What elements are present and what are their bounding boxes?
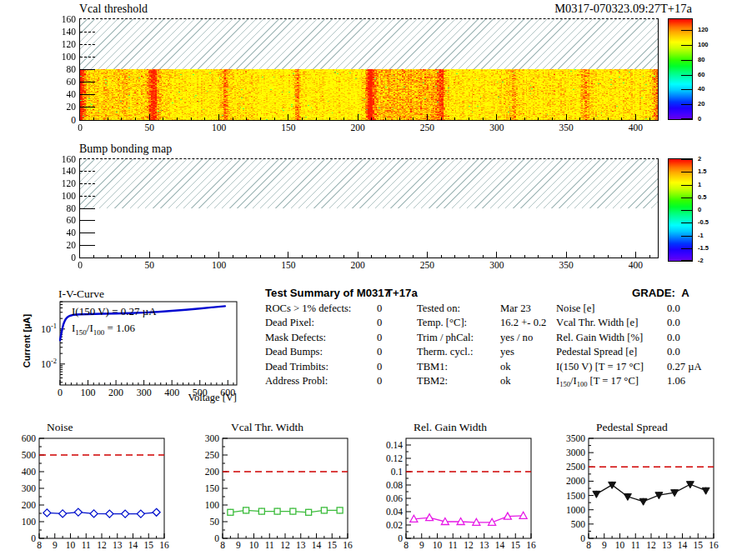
x-tick-mark: [427, 252, 428, 258]
y-tick-label: 160: [43, 154, 76, 165]
y-tick-label: 1500: [566, 491, 585, 501]
x-tick-label: 250: [414, 122, 439, 133]
x-tick-mark: [608, 255, 609, 258]
summary-row-value: yes / no: [500, 332, 533, 344]
x-tick-label: 13: [113, 540, 123, 550]
x-tick-mark: [260, 255, 261, 258]
x-tick-mark: [496, 252, 497, 258]
x-tick-label: 400: [623, 122, 648, 133]
colorbar-tick-mark: [681, 198, 692, 198]
x-tick-label: 0: [68, 260, 93, 271]
masked-region-hatch: [80, 159, 658, 208]
x-tick-label: 50: [137, 260, 162, 271]
colorbar-tick-label: 80: [698, 57, 704, 63]
x-tick-mark: [177, 118, 178, 120]
y-tick-mark: [80, 69, 95, 70]
x-tick-mark: [218, 114, 219, 120]
y-tick-mark: [80, 245, 95, 246]
y-tick-label: 80: [43, 64, 76, 75]
y-tick-mark: [80, 208, 95, 209]
summary-row-label: Therm. cycl.:: [417, 346, 474, 358]
x-tick-label: 10: [249, 540, 259, 550]
trend-plot-pedestal-spread: 0500100015002000250030003500891011121314…: [551, 417, 722, 560]
colorbar-tick-label: 40: [698, 86, 704, 92]
summary-row-value: 0: [377, 332, 382, 344]
x-tick-label: 300: [484, 260, 509, 271]
data-point-marker: [243, 508, 249, 513]
x-tick-label: 11: [631, 540, 640, 550]
data-point-marker: [686, 482, 694, 488]
x-tick-label: 13: [479, 540, 489, 550]
data-point-marker: [153, 508, 160, 516]
summary-row-value: 0.0: [667, 332, 680, 344]
y-tick-mark: [80, 196, 95, 197]
summary-row-label: Noise [e]: [556, 302, 595, 315]
y-tick-label: 0.08: [386, 480, 403, 490]
x-tick-mark: [149, 114, 150, 120]
summary-title-suffix: T+17a: [386, 287, 418, 299]
y-tick-label: 150: [205, 483, 220, 493]
x-tick-mark: [218, 252, 219, 258]
x-tick-mark: [454, 118, 455, 120]
summary-row-label: Dead Trimbits:: [265, 361, 328, 373]
x-tick-mark: [510, 118, 511, 120]
x-tick-mark: [343, 255, 344, 258]
y-tick-mark: [80, 107, 95, 108]
colorbar-tick-label: 1: [698, 182, 701, 188]
x-tick-mark: [399, 118, 400, 120]
y-tick-label: 0.04: [386, 507, 403, 517]
colorbar-tick-label: -1: [698, 232, 704, 239]
summary-row-label: TBM2:: [417, 375, 448, 388]
x-tick-label: 16: [159, 540, 169, 550]
x-tick-label: 12: [646, 540, 656, 550]
y-tick-label: 2000: [566, 476, 585, 486]
y-tick-label: 10-2: [41, 357, 57, 370]
y-tick-mark: [80, 183, 95, 184]
summary-row-value: yes: [500, 346, 514, 358]
x-tick-label: 8: [404, 540, 409, 550]
x-tick-label: 350: [554, 122, 579, 133]
plot-frame: [406, 438, 531, 538]
colorbar-tick-label: -2: [698, 258, 704, 264]
summary-row-value: 0: [377, 375, 382, 388]
summary-row-label: Rel. Gain Width [%]: [556, 332, 643, 344]
x-tick-mark: [246, 118, 247, 120]
y-tick-label: 0.02: [386, 520, 403, 530]
label-text: /I: [570, 375, 577, 387]
x-tick-mark: [566, 252, 567, 258]
x-tick-mark: [621, 255, 622, 258]
x-tick-mark: [371, 118, 372, 120]
summary-row-value: 0: [377, 346, 382, 358]
colorbar-tick-mark: [681, 185, 692, 186]
summary-row-label: I150/I100 [T = 17 °C]: [556, 375, 639, 391]
colorbar-tick-mark: [681, 248, 692, 249]
x-tick-label: 350: [554, 260, 579, 271]
y-tick-label: 60: [43, 215, 76, 226]
summary-title: Test Summary of M0317: [265, 287, 390, 299]
y-tick-label: 500: [571, 519, 586, 529]
x-tick-mark: [177, 255, 178, 258]
colorbar-tick-mark: [681, 210, 692, 211]
x-tick-mark: [552, 118, 553, 120]
data-point-marker: [306, 509, 312, 515]
x-tick-mark: [441, 255, 442, 258]
x-tick-mark: [427, 114, 428, 120]
x-tick-mark: [469, 118, 469, 120]
summary-row-label: Trim / phCal:: [417, 332, 474, 344]
x-tick-label: 8: [586, 540, 591, 550]
y-tick-label: 0: [214, 533, 219, 543]
summary-row-value: 1.06: [667, 375, 685, 388]
x-tick-mark: [524, 118, 525, 120]
x-tick-label: 300: [484, 122, 509, 133]
x-tick-mark: [121, 255, 122, 258]
plot-frame: [589, 438, 714, 538]
colorbar-tick-mark: [681, 222, 692, 223]
bump-map-title: Bump bonding map: [79, 142, 172, 156]
data-point-marker: [593, 491, 600, 498]
iv-xaxis-label: Voltage [V]: [162, 392, 237, 404]
data-point-marker: [122, 510, 129, 518]
data-point-marker: [228, 509, 233, 515]
iv-annotation-ratio: I150​/I100​ = 1.06: [72, 322, 135, 337]
y-tick-label: 2500: [566, 462, 585, 472]
x-tick-mark: [163, 118, 163, 120]
